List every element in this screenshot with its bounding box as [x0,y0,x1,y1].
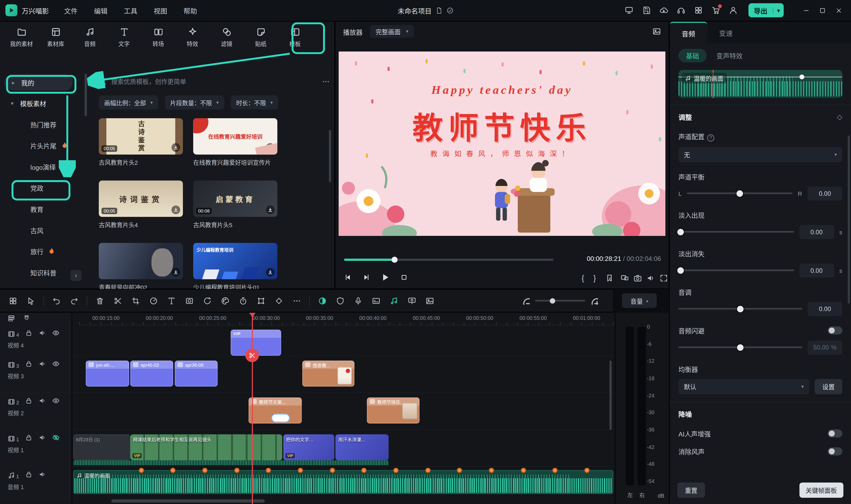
store-cart-icon[interactable] [711,6,720,15]
download-icon[interactable] [266,268,275,276]
nav-tab-effects[interactable]: 特效 [175,25,210,50]
keyframe-marker[interactable] [458,468,462,472]
template-card[interactable]: 启蒙教育 00:08 古风教育片头5 [193,181,277,229]
search-bar[interactable]: 搜索优质模板，创作更简单 [99,74,330,89]
clip-your-text[interactable]: 把你的文字... VIP [283,434,334,461]
template-thumbnail[interactable] [99,243,183,279]
lock-icon[interactable] [25,434,33,443]
clip-apr38[interactable]: apr38-06 [175,361,218,386]
fade-in-slider[interactable] [678,231,794,233]
zoom-out-icon[interactable] [522,297,530,305]
more-tools-icon[interactable] [289,293,305,308]
fade-out-slider[interactable] [678,269,794,271]
toolbar-divider[interactable] [87,296,87,306]
pitch-slider[interactable] [678,308,802,309]
download-icon[interactable] [172,143,180,152]
snap-magnet-icon[interactable] [23,314,31,324]
menu-item[interactable]: 帮助 [184,5,197,15]
sidebar-item-hot[interactable]: 热门推荐 [0,114,91,135]
nav-tab-stock[interactable]: 素材库 [38,25,73,50]
sidebar-item-education[interactable]: 教育 [0,198,91,220]
template-thumbnail[interactable]: 诗词鉴赏 00:05 [99,181,183,217]
fade-out-value[interactable]: 0.00 [799,263,834,277]
marker-button[interactable]: ▾ [605,274,611,283]
clip-teachers-day-copy[interactable]: 教师节文案... [249,397,302,424]
preview-quality-icon[interactable] [652,27,661,36]
download-icon[interactable] [266,143,275,152]
stop-button[interactable] [400,273,408,283]
mark-out-button[interactable]: } [593,274,596,283]
ducking-toggle[interactable] [828,326,842,335]
voiceover-icon[interactable] [350,293,366,308]
fullscreen-button[interactable] [660,274,663,283]
keyframe-diamond-icon[interactable]: ◇ [837,113,842,121]
view-mode-select[interactable]: 完整画面 ▾ [370,25,414,38]
mute-icon[interactable] [38,434,46,443]
nav-tab-text[interactable]: 文字 [107,25,141,50]
track-lane-video1[interactable]: 8月23日 (1) 网课结束后老师和学生相互说再见镜头 VIP 把你的文字...… [72,430,615,467]
clip-jun-a6[interactable]: jun-a6-... [86,361,129,386]
equalizer-settings-button[interactable]: 设置 [815,379,842,394]
delete-icon[interactable] [92,293,107,308]
export-button[interactable]: 导出 ▾ [748,3,784,17]
template-thumbnail[interactable]: 启蒙教育 00:08 [193,181,277,217]
template-thumbnail[interactable]: 在线教育兴趣爱好培训 [193,118,277,155]
filter-clip-count[interactable]: 片段数量：不限 ▾ [164,95,224,109]
split-icon[interactable] [110,293,125,308]
export-frame-icon[interactable] [422,293,437,308]
save-icon[interactable] [642,6,651,15]
info-icon[interactable]: ? [707,134,714,141]
keyframe-marker[interactable] [553,468,557,472]
timeline-body[interactable]: 00:00:15:0000:00:20:0000:00:25:0000:00:3… [72,313,615,504]
equalizer-select[interactable]: 默认 ▾ [678,379,809,394]
lock-icon[interactable] [25,360,33,369]
template-thumbnail[interactable]: 古诗鉴赏 00:05 [99,118,183,155]
audio-clip-widget[interactable]: 温暖的画面 [678,70,842,98]
reset-button[interactable]: 重置 [677,483,705,498]
eye-off-icon[interactable] [52,434,60,443]
keyframe-marker[interactable] [521,468,525,472]
playhead-handle[interactable] [249,313,256,317]
playhead-line[interactable] [252,313,253,504]
mute-button[interactable] [646,274,650,283]
display-mode-icon[interactable] [625,6,633,15]
lock-icon[interactable] [25,470,33,480]
undo-icon[interactable] [49,293,64,308]
menu-item[interactable]: 文件 [64,5,77,15]
clip-teachers-day-happy[interactable]: 教师节快乐... [367,397,420,424]
clip-goodbye-scene[interactable]: 网课结束后老师和学生相互说再见镜头 VIP [130,434,282,461]
ducking-slider[interactable] [678,346,802,348]
menu-item[interactable]: 视图 [154,5,167,15]
keyframe-icon[interactable] [271,293,286,308]
snapshot-button[interactable] [633,274,637,283]
clip-apr45[interactable]: apr45-02 [130,361,173,386]
download-icon[interactable] [172,205,180,214]
lock-icon[interactable] [25,397,33,406]
keyframe-marker[interactable] [585,468,589,472]
pointer-tool-icon[interactable] [23,293,38,308]
mirror-screen-button[interactable] [621,274,624,283]
subtab-voice-fx[interactable]: 变声特效 [716,51,743,60]
keyframe-marker[interactable] [236,468,239,472]
playback-progress[interactable] [344,256,554,264]
auto-subtitle-icon[interactable] [369,293,384,308]
track-lane-video4[interactable]: VIP [72,325,615,356]
rotate-icon[interactable] [200,293,215,308]
tab-audio[interactable]: 音频 [670,22,707,43]
mute-icon[interactable] [38,397,46,406]
playhead-scissors-icon[interactable] [245,348,259,362]
mask-icon[interactable] [182,293,197,308]
nav-tab-filters[interactable]: 滤镜 [210,25,244,50]
track-lane-video3[interactable]: jun-a6-... apr45-02 apr38-06 感恩教... [72,356,615,393]
text-tool-icon[interactable] [164,293,179,308]
nav-tab-templates[interactable]: 模板 [278,25,312,50]
template-card[interactable]: 古诗鉴赏 00:05 古风教育片头2 [99,118,183,166]
clip-thanks-teacher[interactable]: 感恩教... [302,361,354,386]
zoom-knob[interactable] [550,298,555,303]
sidebar-item-party[interactable]: 党政 [0,177,91,198]
fade-in-value[interactable]: 0.00 [799,225,834,239]
sidebar-item-template-assets[interactable]: ▾ 模板素材 [0,93,91,114]
keyframe-marker[interactable] [171,468,175,472]
pitch-value[interactable]: 0.00 [807,302,843,316]
support-headset-icon[interactable] [677,6,685,15]
